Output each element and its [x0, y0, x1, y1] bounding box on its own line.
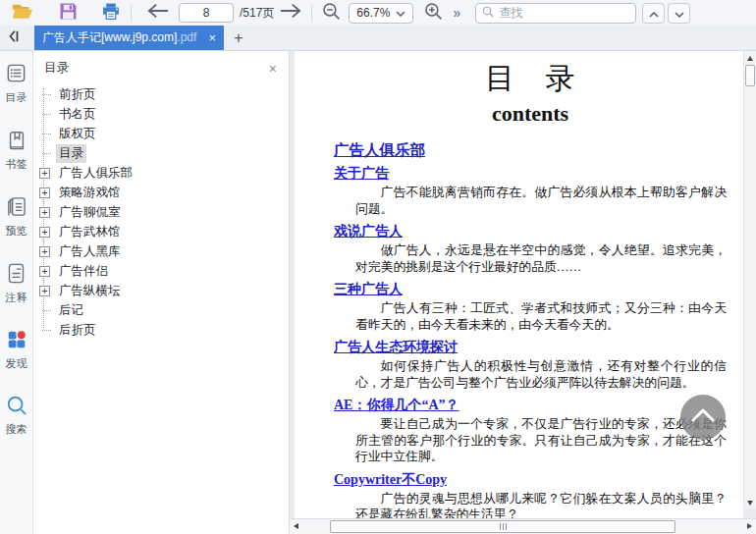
toc-summary: 如何保持广告人的积极性与创意激情，还有对整个行业的信心，才是广告公司与整个广告业…	[355, 358, 727, 391]
expand-icon[interactable]: +	[38, 187, 51, 198]
scroll-to-top-button[interactable]	[680, 395, 726, 440]
arrow-left-icon	[147, 3, 169, 23]
sidebar-item-label: 发现	[6, 357, 27, 369]
bookmark-item[interactable]: +广告人俱乐部	[38, 163, 289, 183]
pdf-page: 目 录 contents 广告人俱乐部 关于广告 广告不能脱离营销而存在。做广告…	[295, 51, 743, 518]
thumb-grip	[500, 523, 501, 530]
search-box[interactable]	[475, 3, 636, 24]
sidebar-item-bookmarks[interactable]: 书签	[6, 129, 27, 170]
bookmark-item[interactable]: 后记	[38, 300, 289, 320]
find-next-button[interactable]	[668, 3, 690, 24]
page-title-en: contents	[334, 101, 727, 127]
bookmark-item[interactable]: +广告伴侣	[38, 261, 289, 281]
tree-connector	[38, 153, 51, 154]
bookmark-item-selected[interactable]: 目录	[38, 143, 289, 163]
bookmark-item[interactable]: +广告纵横坛	[38, 281, 289, 300]
printer-icon	[101, 2, 121, 25]
bookmark-item[interactable]: 后折页	[38, 320, 289, 340]
toc-summary: 要让自己成为一个专家，不仅是广告行业的专家，还必须是你所主管的客户那个行业的专家…	[355, 416, 727, 465]
scroll-left-arrow[interactable]	[294, 523, 298, 529]
toc-section: 广告人生态环境探讨 如何保持广告人的积极性与创意激情，还有对整个行业的信心，才是…	[334, 337, 727, 391]
close-panel-icon[interactable]: ×	[269, 63, 277, 75]
more-tools-button[interactable]: »	[453, 2, 460, 24]
bookmark-item[interactable]: +策略游戏馆	[38, 183, 289, 202]
sidebar-item-toc[interactable]: 目录	[5, 62, 27, 103]
zoom-level-select[interactable]: 66.7%	[349, 3, 413, 24]
bookmark-item[interactable]: 前折页	[38, 84, 289, 104]
toc-section: Copywriter不Copy 广告的灵魂与思想从哪儿来呢？它们躲在文案人员的头…	[334, 469, 727, 519]
tree-connector	[38, 114, 51, 115]
scroll-up-arrow[interactable]	[747, 56, 753, 61]
page-total-label: /517页	[240, 5, 274, 22]
toolbar-separator	[311, 5, 312, 21]
toc-link[interactable]: 三种广告人	[334, 279, 403, 299]
chevron-down-icon	[675, 4, 684, 22]
sidebar-item-search[interactable]: 搜索	[6, 395, 27, 435]
bookmark-item[interactable]: 版权页	[38, 124, 289, 143]
annotations-icon	[6, 262, 27, 289]
main-area: 目录 书签 预览 注释 发现 搜索 目录 × 前折页	[0, 51, 756, 534]
search-icon	[6, 395, 27, 420]
document-tab[interactable]: 广告人手记[www.j9p.com].pdf ×	[34, 26, 224, 50]
bookmark-icon	[6, 129, 27, 155]
tab-bar: 广告人手记[www.j9p.com].pdf × +	[0, 26, 756, 51]
thumbnails-icon	[5, 195, 27, 222]
toc-summary: 广告不能脱离营销而存在。做广告必须从根本上帮助客户解决问题。	[355, 185, 727, 217]
print-button[interactable]	[101, 2, 121, 24]
toc-summary: 广告的灵魂与思想从哪儿来呢？它们躲在文案人员的头脑里？还是藏在纷乱繁杂的生活里？	[355, 491, 727, 519]
panel-title: 目录	[44, 60, 69, 77]
close-tab-icon[interactable]: ×	[208, 30, 216, 45]
toc-section: AE：你得几个“A”？ 要让自己成为一个专家，不仅是广告行业的专家，还必须是你所…	[334, 395, 727, 465]
previous-page-button[interactable]	[147, 2, 169, 24]
expand-icon[interactable]: +	[38, 168, 51, 179]
sidebar-item-annotations[interactable]: 注释	[6, 262, 27, 303]
chevron-up-icon	[691, 408, 715, 426]
toc-link[interactable]: 关于广告	[334, 163, 389, 184]
horizontal-scrollbar[interactable]	[290, 518, 756, 534]
bookmark-item[interactable]: +广告武林馆	[38, 222, 289, 241]
tree-connector	[38, 134, 51, 134]
next-page-button[interactable]	[280, 2, 301, 24]
toc-link[interactable]: AE：你得几个“A”？	[334, 395, 459, 415]
expand-icon[interactable]: +	[38, 286, 51, 296]
page-number-input[interactable]	[179, 3, 234, 23]
expand-icon[interactable]: +	[38, 207, 51, 218]
zoom-level-value: 66.7%	[356, 6, 390, 20]
scroll-down-arrow[interactable]	[747, 501, 753, 506]
zoom-in-button[interactable]	[424, 2, 443, 24]
page-title-cn: 目 录	[334, 59, 727, 99]
expand-icon[interactable]: +	[38, 266, 51, 277]
vertical-scroll-thumb[interactable]	[745, 65, 755, 86]
expand-icon[interactable]: +	[38, 227, 51, 238]
find-previous-button[interactable]	[642, 3, 665, 24]
toc-section: 关于广告 广告不能脱离营销而存在。做广告必须从根本上帮助客户解决问题。	[334, 163, 727, 217]
zoom-out-button[interactable]	[322, 2, 341, 24]
tree-connector	[38, 94, 51, 95]
bookmark-item[interactable]: +广告人黑库	[38, 241, 289, 261]
scroll-right-arrow[interactable]	[747, 523, 752, 529]
collapse-tabs-button[interactable]	[0, 26, 27, 50]
bookmark-item[interactable]: +广告聊侃室	[38, 202, 289, 222]
bookmark-item[interactable]: 书名页	[38, 104, 289, 124]
open-file-button[interactable]	[12, 2, 33, 24]
save-button[interactable]	[59, 2, 78, 24]
expand-icon[interactable]: +	[38, 246, 51, 257]
new-tab-button[interactable]: +	[224, 26, 253, 50]
tree-connector	[38, 330, 51, 331]
floppy-save-icon	[59, 2, 78, 25]
toc-link[interactable]: 广告人俱乐部	[334, 139, 425, 160]
search-input[interactable]	[499, 6, 629, 20]
toc-link[interactable]: 广告人生态环境探讨	[334, 337, 458, 357]
double-chevron-icon: »	[453, 5, 460, 21]
panel-header: 目录 ×	[33, 51, 289, 82]
vertical-scrollbar[interactable]	[743, 51, 756, 508]
toc-icon	[5, 62, 27, 88]
horizontal-scroll-thumb[interactable]	[330, 520, 675, 533]
toc-section: 广告人俱乐部	[334, 139, 727, 160]
sidebar-item-thumbnails[interactable]: 预览	[5, 195, 27, 237]
bookmarks-panel: 目录 × 前折页 书名页 版权页 目录 +广告人俱乐部 +策略游戏馆 +广告聊侃…	[33, 51, 290, 534]
sidebar: 目录 书签 预览 注释 发现 搜索	[0, 51, 33, 534]
toc-link[interactable]: 戏说广告人	[334, 221, 403, 241]
sidebar-item-discover[interactable]: 发现	[6, 329, 27, 369]
toc-link[interactable]: Copywriter不Copy	[334, 469, 447, 490]
